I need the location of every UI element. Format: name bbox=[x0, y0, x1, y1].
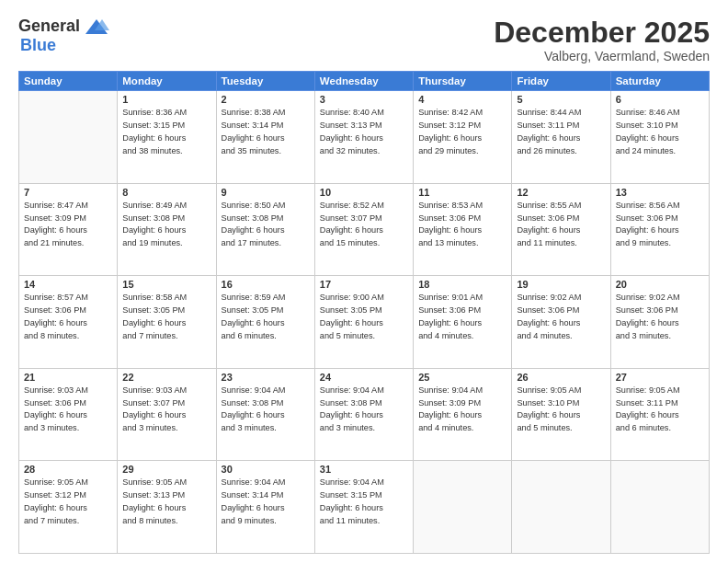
calendar-week-2: 14Sunrise: 8:57 AM Sunset: 3:06 PM Dayli… bbox=[19, 276, 710, 369]
day-number: 11 bbox=[418, 187, 506, 198]
header: General Blue December 2025 Valberg, Vaer… bbox=[18, 17, 710, 63]
day-number: 18 bbox=[418, 279, 506, 290]
day-number: 26 bbox=[517, 372, 605, 383]
title-block: December 2025 Valberg, Vaermland, Sweden bbox=[494, 17, 710, 63]
table-row: 10Sunrise: 8:52 AM Sunset: 3:07 PM Dayli… bbox=[314, 183, 413, 276]
table-row: 1Sunrise: 8:36 AM Sunset: 3:15 PM Daylig… bbox=[118, 91, 216, 184]
day-number: 4 bbox=[418, 94, 506, 105]
day-number: 8 bbox=[122, 187, 210, 198]
day-number: 20 bbox=[616, 279, 704, 290]
day-detail: Sunrise: 8:46 AM Sunset: 3:10 PM Dayligh… bbox=[616, 107, 704, 157]
table-row: 11Sunrise: 8:53 AM Sunset: 3:06 PM Dayli… bbox=[414, 183, 512, 276]
calendar-table: Sunday Monday Tuesday Wednesday Thursday… bbox=[18, 71, 710, 554]
table-row: 14Sunrise: 8:57 AM Sunset: 3:06 PM Dayli… bbox=[19, 276, 118, 369]
day-number: 10 bbox=[320, 187, 408, 198]
day-detail: Sunrise: 9:04 AM Sunset: 3:08 PM Dayligh… bbox=[320, 385, 408, 435]
table-row: 22Sunrise: 9:03 AM Sunset: 3:07 PM Dayli… bbox=[118, 368, 216, 461]
table-row: 6Sunrise: 8:46 AM Sunset: 3:10 PM Daylig… bbox=[610, 91, 709, 184]
day-detail: Sunrise: 9:05 AM Sunset: 3:13 PM Dayligh… bbox=[122, 477, 210, 527]
day-detail: Sunrise: 9:04 AM Sunset: 3:14 PM Dayligh… bbox=[222, 477, 310, 527]
page: General Blue December 2025 Valberg, Vaer… bbox=[0, 0, 728, 563]
day-detail: Sunrise: 8:55 AM Sunset: 3:06 PM Dayligh… bbox=[517, 200, 605, 250]
day-number: 23 bbox=[222, 372, 310, 383]
day-detail: Sunrise: 8:42 AM Sunset: 3:12 PM Dayligh… bbox=[418, 107, 506, 157]
day-detail: Sunrise: 9:05 AM Sunset: 3:10 PM Dayligh… bbox=[517, 385, 605, 435]
table-row: 25Sunrise: 9:04 AM Sunset: 3:09 PM Dayli… bbox=[414, 368, 512, 461]
calendar-week-4: 28Sunrise: 9:05 AM Sunset: 3:12 PM Dayli… bbox=[19, 461, 710, 554]
calendar-week-1: 7Sunrise: 8:47 AM Sunset: 3:09 PM Daylig… bbox=[19, 183, 710, 276]
table-row: 8Sunrise: 8:49 AM Sunset: 3:08 PM Daylig… bbox=[118, 183, 216, 276]
table-row: 2Sunrise: 8:38 AM Sunset: 3:14 PM Daylig… bbox=[216, 91, 314, 184]
table-row: 4Sunrise: 8:42 AM Sunset: 3:12 PM Daylig… bbox=[414, 91, 512, 184]
table-row: 15Sunrise: 8:58 AM Sunset: 3:05 PM Dayli… bbox=[118, 276, 216, 369]
day-detail: Sunrise: 8:59 AM Sunset: 3:05 PM Dayligh… bbox=[222, 292, 310, 342]
day-detail: Sunrise: 9:03 AM Sunset: 3:07 PM Dayligh… bbox=[122, 385, 210, 435]
day-number: 15 bbox=[122, 279, 210, 290]
month-title: December 2025 bbox=[494, 17, 710, 49]
subtitle: Valberg, Vaermland, Sweden bbox=[494, 49, 710, 63]
day-number: 21 bbox=[24, 372, 112, 383]
day-detail: Sunrise: 8:58 AM Sunset: 3:05 PM Dayligh… bbox=[122, 292, 210, 342]
day-detail: Sunrise: 8:38 AM Sunset: 3:14 PM Dayligh… bbox=[222, 107, 310, 157]
day-number: 9 bbox=[222, 187, 310, 198]
table-row: 21Sunrise: 9:03 AM Sunset: 3:06 PM Dayli… bbox=[19, 368, 118, 461]
day-number: 13 bbox=[616, 187, 704, 198]
day-number: 17 bbox=[320, 279, 408, 290]
day-detail: Sunrise: 8:52 AM Sunset: 3:07 PM Dayligh… bbox=[320, 200, 408, 250]
day-detail: Sunrise: 9:01 AM Sunset: 3:06 PM Dayligh… bbox=[418, 292, 506, 342]
day-number: 1 bbox=[122, 94, 210, 105]
day-number: 16 bbox=[222, 279, 310, 290]
day-number: 12 bbox=[517, 187, 605, 198]
logo: General Blue bbox=[18, 17, 109, 55]
col-thursday: Thursday bbox=[414, 72, 512, 91]
day-detail: Sunrise: 9:05 AM Sunset: 3:11 PM Dayligh… bbox=[616, 385, 704, 435]
table-row bbox=[19, 91, 118, 184]
day-detail: Sunrise: 8:57 AM Sunset: 3:06 PM Dayligh… bbox=[24, 292, 112, 342]
day-detail: Sunrise: 8:56 AM Sunset: 3:06 PM Dayligh… bbox=[616, 200, 704, 250]
col-tuesday: Tuesday bbox=[216, 72, 314, 91]
table-row: 7Sunrise: 8:47 AM Sunset: 3:09 PM Daylig… bbox=[19, 183, 118, 276]
col-monday: Monday bbox=[118, 72, 216, 91]
day-number: 7 bbox=[24, 187, 112, 198]
day-detail: Sunrise: 8:49 AM Sunset: 3:08 PM Dayligh… bbox=[122, 200, 210, 250]
table-row: 5Sunrise: 8:44 AM Sunset: 3:11 PM Daylig… bbox=[512, 91, 610, 184]
calendar-week-3: 21Sunrise: 9:03 AM Sunset: 3:06 PM Dayli… bbox=[19, 368, 710, 461]
day-detail: Sunrise: 9:04 AM Sunset: 3:08 PM Dayligh… bbox=[222, 385, 310, 435]
table-row: 12Sunrise: 8:55 AM Sunset: 3:06 PM Dayli… bbox=[512, 183, 610, 276]
table-row: 17Sunrise: 9:00 AM Sunset: 3:05 PM Dayli… bbox=[314, 276, 413, 369]
day-number: 3 bbox=[320, 94, 408, 105]
day-detail: Sunrise: 8:53 AM Sunset: 3:06 PM Dayligh… bbox=[418, 200, 506, 250]
day-number: 29 bbox=[122, 464, 210, 475]
col-saturday: Saturday bbox=[610, 72, 709, 91]
col-wednesday: Wednesday bbox=[314, 72, 413, 91]
day-number: 19 bbox=[517, 279, 605, 290]
day-detail: Sunrise: 9:04 AM Sunset: 3:09 PM Dayligh… bbox=[418, 385, 506, 435]
day-number: 22 bbox=[122, 372, 210, 383]
table-row: 3Sunrise: 8:40 AM Sunset: 3:13 PM Daylig… bbox=[314, 91, 413, 184]
day-detail: Sunrise: 9:05 AM Sunset: 3:12 PM Dayligh… bbox=[24, 477, 112, 527]
table-row bbox=[512, 461, 610, 554]
day-detail: Sunrise: 8:44 AM Sunset: 3:11 PM Dayligh… bbox=[517, 107, 605, 157]
table-row: 23Sunrise: 9:04 AM Sunset: 3:08 PM Dayli… bbox=[216, 368, 314, 461]
table-row: 16Sunrise: 8:59 AM Sunset: 3:05 PM Dayli… bbox=[216, 276, 314, 369]
day-number: 31 bbox=[320, 464, 408, 475]
logo-general: General bbox=[18, 17, 80, 36]
day-number: 27 bbox=[616, 372, 704, 383]
table-row: 28Sunrise: 9:05 AM Sunset: 3:12 PM Dayli… bbox=[19, 461, 118, 554]
table-row: 26Sunrise: 9:05 AM Sunset: 3:10 PM Dayli… bbox=[512, 368, 610, 461]
table-row bbox=[414, 461, 512, 554]
day-detail: Sunrise: 9:02 AM Sunset: 3:06 PM Dayligh… bbox=[616, 292, 704, 342]
day-number: 25 bbox=[418, 372, 506, 383]
day-detail: Sunrise: 8:47 AM Sunset: 3:09 PM Dayligh… bbox=[24, 200, 112, 250]
day-number: 30 bbox=[222, 464, 310, 475]
table-row: 27Sunrise: 9:05 AM Sunset: 3:11 PM Dayli… bbox=[610, 368, 709, 461]
day-detail: Sunrise: 9:00 AM Sunset: 3:05 PM Dayligh… bbox=[320, 292, 408, 342]
day-number: 2 bbox=[222, 94, 310, 105]
table-row: 30Sunrise: 9:04 AM Sunset: 3:14 PM Dayli… bbox=[216, 461, 314, 554]
table-row: 9Sunrise: 8:50 AM Sunset: 3:08 PM Daylig… bbox=[216, 183, 314, 276]
logo-blue: Blue bbox=[20, 36, 56, 54]
calendar-week-0: 1Sunrise: 8:36 AM Sunset: 3:15 PM Daylig… bbox=[19, 91, 710, 184]
day-detail: Sunrise: 8:40 AM Sunset: 3:13 PM Dayligh… bbox=[320, 107, 408, 157]
day-number: 6 bbox=[616, 94, 704, 105]
table-row: 13Sunrise: 8:56 AM Sunset: 3:06 PM Dayli… bbox=[610, 183, 709, 276]
